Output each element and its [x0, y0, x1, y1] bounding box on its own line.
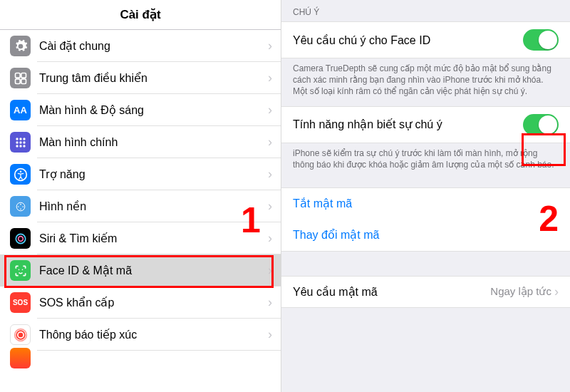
toggle-require-attention-faceid[interactable]: [523, 29, 559, 51]
section-header-attention: Chú ý: [281, 0, 570, 21]
chevron-right-icon: ›: [268, 199, 281, 214]
svg-rect-2: [15, 78, 20, 83]
settings-list: Cài đặt chung › Trung tâm điều khiển › A…: [0, 30, 281, 365]
siri-icon: [10, 228, 31, 249]
row-label: Trợ năng: [39, 167, 268, 181]
exposure-icon: [10, 324, 31, 345]
chevron-right-icon: ›: [268, 295, 281, 310]
row-require-attention-faceid[interactable]: Yêu cầu chú ý cho Face ID: [281, 21, 570, 58]
svg-point-6: [23, 138, 25, 140]
row-label: Yêu cầu chú ý cho Face ID: [293, 33, 523, 47]
sos-icon: SOS: [10, 292, 31, 313]
faceid-icon: [10, 260, 31, 281]
svg-point-19: [17, 206, 19, 207]
svg-rect-3: [21, 78, 26, 83]
svg-point-8: [19, 141, 21, 143]
row-label: Face ID & Mật mã: [39, 264, 268, 277]
chevron-right-icon: ›: [268, 103, 281, 118]
footer-attention-faceid: Camera TrueDepth sẽ cung cấp một mức độ …: [281, 58, 570, 106]
row-attention-aware[interactable]: Tính năng nhận biết sự chú ý: [281, 106, 570, 143]
row-control-center[interactable]: Trung tâm điều khiển ›: [0, 62, 281, 94]
chevron-right-icon: ›: [268, 167, 281, 182]
chevron-right-icon: ›: [268, 263, 281, 278]
svg-point-4: [16, 138, 18, 140]
row-wallpaper[interactable]: Hình nền ›: [0, 190, 281, 222]
svg-point-16: [20, 203, 21, 205]
row-label: Siri & Tìm kiếm: [39, 232, 268, 245]
row-change-passcode[interactable]: Thay đổi mật mã: [281, 220, 570, 252]
svg-point-14: [19, 170, 21, 172]
row-display-brightness[interactable]: AA Màn hình & Độ sáng ›: [0, 94, 281, 126]
row-label: SOS khẩn cấp: [39, 296, 268, 309]
svg-point-17: [22, 206, 24, 207]
row-label: Yêu cầu mật mã: [293, 285, 490, 299]
svg-rect-0: [15, 73, 20, 78]
row-label: Thông báo tiếp xúc: [39, 328, 268, 341]
row-accessibility[interactable]: Trợ năng ›: [0, 158, 281, 190]
partial-icon: [10, 348, 31, 368]
footer-attention-aware: iPhone sẽ kiểm tra sự chú ý trước khi là…: [281, 143, 570, 179]
row-label: Cài đặt chung: [39, 39, 268, 53]
row-faceid-passcode[interactable]: Face ID & Mật mã ›: [0, 254, 281, 287]
chevron-right-icon: ›: [268, 38, 281, 53]
svg-point-23: [21, 269, 23, 270]
svg-point-24: [19, 333, 22, 336]
require-passcode-value: Ngay lập tức: [490, 285, 551, 298]
row-exposure-notifications[interactable]: Thông báo tiếp xúc ›: [0, 319, 281, 351]
row-siri-search[interactable]: Siri & Tìm kiếm ›: [0, 222, 281, 254]
settings-title: Cài đặt: [0, 0, 281, 30]
svg-point-12: [23, 145, 25, 147]
svg-point-18: [20, 208, 21, 210]
settings-master-pane: Cài đặt Cài đặt chung › Trung tâm điều k…: [0, 0, 281, 392]
row-home-screen[interactable]: Màn hình chính ›: [0, 126, 281, 158]
toggle-attention-aware[interactable]: [523, 114, 559, 135]
link-turn-off-passcode[interactable]: Tắt mật mã: [293, 197, 559, 210]
sliders-icon: [10, 68, 31, 88]
svg-point-7: [16, 141, 18, 143]
settings-detail-pane: Chú ý Yêu cầu chú ý cho Face ID Camera T…: [281, 0, 570, 392]
svg-point-10: [16, 145, 18, 147]
accessibility-icon: [10, 164, 31, 185]
svg-point-9: [23, 141, 25, 143]
chevron-right-icon: ›: [268, 231, 281, 246]
gear-icon: [10, 36, 31, 56]
svg-point-20: [16, 234, 25, 243]
grid-icon: [10, 132, 31, 153]
row-general[interactable]: Cài đặt chung ›: [0, 30, 281, 62]
chevron-right-icon: ›: [268, 327, 281, 342]
wallpaper-icon: [10, 196, 31, 217]
row-require-passcode[interactable]: Yêu cầu mật mã Ngay lập tức ›: [281, 276, 570, 308]
svg-point-11: [19, 145, 21, 147]
chevron-right-icon: ›: [554, 284, 559, 299]
svg-rect-1: [21, 73, 26, 78]
svg-point-21: [18, 236, 23, 241]
chevron-right-icon: ›: [268, 135, 281, 150]
row-turn-off-passcode[interactable]: Tắt mật mã: [281, 187, 570, 220]
row-label: Trung tâm điều khiển: [39, 71, 268, 85]
svg-point-5: [19, 138, 21, 140]
row-label: Màn hình & Độ sáng: [39, 103, 268, 117]
page-title: Cài đặt: [120, 7, 160, 22]
row-emergency-sos[interactable]: SOS SOS khẩn cấp ›: [0, 287, 281, 319]
row-label: Màn hình chính: [39, 136, 268, 149]
row-label: Hình nền: [39, 200, 268, 213]
row-partial[interactable]: [0, 351, 281, 365]
row-label: Tính năng nhận biết sự chú ý: [293, 118, 523, 131]
text-size-icon: AA: [10, 100, 31, 120]
svg-point-22: [18, 269, 19, 270]
link-change-passcode[interactable]: Thay đổi mật mã: [293, 228, 559, 242]
chevron-right-icon: ›: [268, 71, 281, 86]
